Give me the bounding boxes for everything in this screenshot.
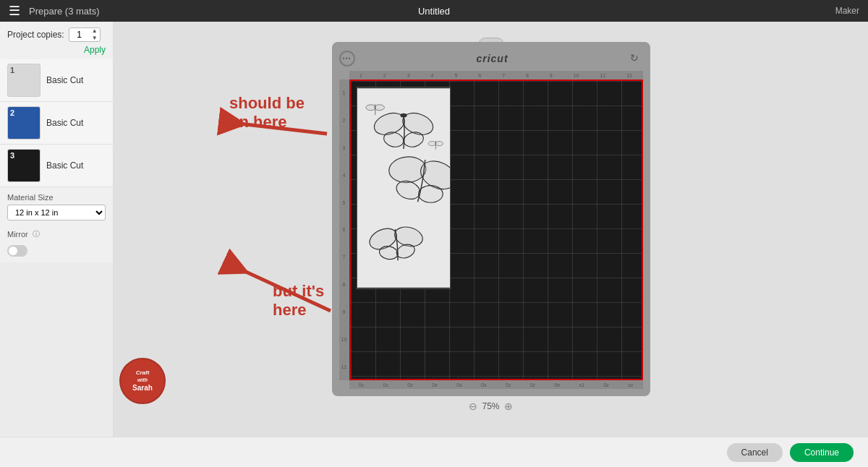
- logo-with: with: [137, 377, 148, 383]
- project-copies-label: Project copies:: [7, 30, 64, 40]
- content-area: should be on here but it's here ••• cric…: [114, 22, 868, 437]
- zoom-minus-icon[interactable]: ⊖: [469, 400, 477, 412]
- cricut-mat-container: ••• cricut ↻ 123456789101112 12345678910…: [332, 42, 650, 396]
- material-size-select[interactable]: 12 in x 12 in 12 in x 24 in: [7, 205, 106, 220]
- mat-thumbnail-1: 1: [7, 64, 41, 97]
- copies-up-arrow[interactable]: ▲: [90, 27, 100, 35]
- copies-input[interactable]: 1: [69, 30, 90, 40]
- annot-line-1b: on here: [229, 113, 305, 132]
- mat-num-3: 3: [10, 151, 14, 160]
- svg-point-20: [435, 141, 443, 145]
- mat-thumbnail-3: 3: [7, 149, 41, 182]
- logo-craft: Craft: [136, 369, 150, 377]
- sidebar-empty: [0, 262, 113, 437]
- annot-line-2b: here: [273, 301, 324, 320]
- logo-badge: Craft with Sarah: [119, 358, 166, 404]
- zoom-bar: ⊖ 75% ⊕: [464, 396, 516, 416]
- butterfly-svg: [357, 87, 450, 288]
- copies-spinbox[interactable]: 1 ▲ ▼: [69, 27, 101, 42]
- annotation-text-2: but it's here: [273, 282, 324, 320]
- project-copies-row: Project copies: 1 ▲ ▼: [0, 22, 113, 45]
- cancel-button[interactable]: Cancel: [727, 443, 783, 462]
- mat-item-2[interactable]: 2 Basic Cut: [0, 102, 113, 145]
- topbar-right-label: Maker: [835, 6, 859, 16]
- copies-arrows[interactable]: ▲ ▼: [90, 27, 100, 42]
- mat-num-2: 2: [10, 108, 14, 117]
- mat-refresh-button[interactable]: ↻: [630, 52, 643, 65]
- action-bar: Cancel Continue: [0, 437, 868, 467]
- main-layout: Project copies: 1 ▲ ▼ Apply 1 Basic Cut …: [0, 22, 868, 437]
- sidebar: Project copies: 1 ▲ ▼ Apply 1 Basic Cut …: [0, 22, 114, 437]
- mat-thumbnail-2: 2: [7, 106, 41, 140]
- mat-label-1: Basic Cut: [46, 75, 83, 85]
- annot-line-1a: should be: [229, 94, 305, 113]
- toggle-knob: [9, 247, 17, 255]
- apply-button[interactable]: Apply: [0, 45, 113, 59]
- svg-point-18: [374, 105, 384, 111]
- mat-num-1: 1: [10, 66, 14, 74]
- menu-icon[interactable]: ☰: [9, 3, 20, 19]
- topbar-center-title: Untitled: [418, 6, 450, 17]
- cricut-mat: ••• cricut ↻ 123456789101112 12345678910…: [332, 42, 650, 396]
- mat-label-3: Basic Cut: [46, 160, 83, 171]
- cricut-logo: cricut: [476, 53, 508, 64]
- mirror-label: Mirror: [7, 230, 28, 239]
- svg-point-12: [418, 186, 442, 203]
- mat-header: ••• cricut ↻: [339, 49, 643, 68]
- annot-line-2a: but it's: [273, 282, 324, 301]
- ruler-top: 123456789101112: [349, 71, 643, 80]
- material-size-label: Material Size: [7, 193, 106, 202]
- mirror-section: Mirror ⓘ: [0, 223, 113, 245]
- mirror-info-icon[interactable]: ⓘ: [33, 229, 40, 239]
- mat-dots-button[interactable]: •••: [339, 51, 355, 67]
- mat-item-3[interactable]: 3 Basic Cut: [0, 145, 113, 187]
- copies-down-arrow[interactable]: ▼: [90, 35, 100, 42]
- design-area: [357, 87, 451, 289]
- mat-item-1[interactable]: 1 Basic Cut: [0, 59, 113, 102]
- ruler-left: 1234567891011: [339, 80, 349, 380]
- zoom-percent: 75%: [482, 401, 499, 411]
- mat-grid: [349, 80, 643, 380]
- mirror-toggle[interactable]: [7, 245, 27, 257]
- mat-label-2: Basic Cut: [46, 118, 83, 128]
- ruler-bottom: 0c0c0z0e0s0s0z0z0es10zsz: [349, 380, 643, 389]
- arrow-1: [233, 123, 327, 134]
- continue-button[interactable]: Continue: [790, 443, 854, 462]
- logo-sarah: Sarah: [132, 383, 153, 393]
- material-size-section: Material Size 12 in x 12 in 12 in x 24 i…: [0, 187, 113, 223]
- annotation-text-1: should be on here: [229, 94, 305, 132]
- svg-point-8: [404, 114, 407, 117]
- arrow-2: [237, 267, 331, 311]
- topbar: ☰ Prepare (3 mats) Untitled Maker: [0, 0, 868, 22]
- zoom-plus-icon[interactable]: ⊕: [504, 400, 513, 412]
